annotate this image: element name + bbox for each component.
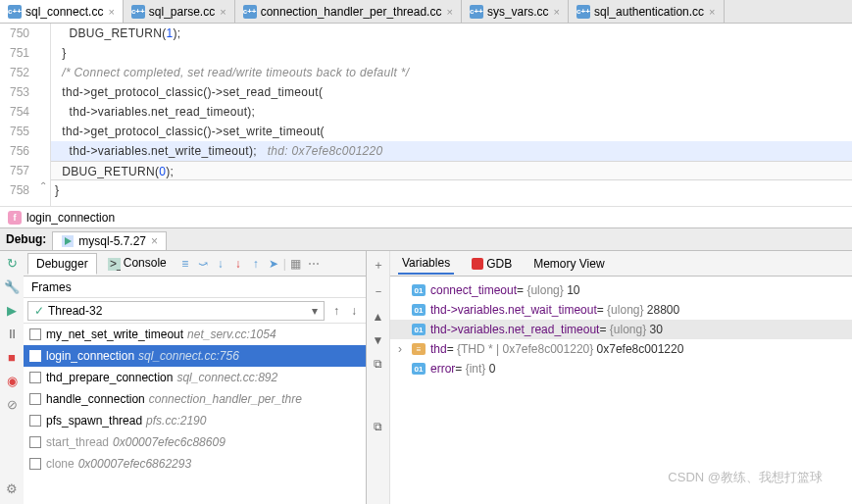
stack-frame[interactable]: pfs_spawn_thread pfs.cc:2190 xyxy=(24,410,366,431)
tab-label: sys_vars.cc xyxy=(487,5,549,19)
modify-button[interactable]: 🔧 xyxy=(4,278,20,294)
evaluate-button[interactable]: ▦ xyxy=(288,256,304,272)
frame-icon xyxy=(29,350,41,362)
copy-button[interactable]: ⧉ xyxy=(374,357,382,371)
stack-frame[interactable]: thd_prepare_connection sql_connect.cc:89… xyxy=(24,367,366,388)
close-icon[interactable]: × xyxy=(220,6,226,18)
function-icon: f xyxy=(8,211,22,225)
run-to-cursor-button[interactable]: ➤ xyxy=(266,256,281,272)
frame-icon xyxy=(29,393,41,405)
code-area[interactable]: DBUG_RETURN(1); } /* Connect completed, … xyxy=(51,24,852,206)
variable-row[interactable]: 01connect_timeout = {ulong} 10 xyxy=(390,280,852,300)
stop-button[interactable]: ■ xyxy=(4,349,20,365)
remove-watch-button[interactable]: － xyxy=(373,283,384,300)
mute-breakpoints-button[interactable]: ⊘ xyxy=(4,396,20,412)
chevron-down-icon: ▾ xyxy=(312,304,318,318)
thread-selector-row: ✓Thread-32 ▾ ↑ ↓ xyxy=(24,298,366,324)
resume-button[interactable]: ▶ xyxy=(4,302,20,318)
stack-frame[interactable]: handle_connection connection_handler_per… xyxy=(24,388,366,410)
code-line[interactable]: DBUG_RETURN(1); xyxy=(51,24,852,43)
close-icon[interactable]: × xyxy=(709,6,715,18)
close-icon[interactable]: × xyxy=(446,6,452,18)
frame-icon xyxy=(29,458,41,470)
variable-row[interactable]: 01thd->variables.net_wait_timeout = {ulo… xyxy=(390,300,852,320)
frames-list[interactable]: my_net_set_write_timeout net_serv.cc:105… xyxy=(24,324,366,504)
force-step-into-button[interactable]: ↓ xyxy=(230,256,246,272)
code-line[interactable]: thd->get_protocol_classic()->set_read_ti… xyxy=(51,82,852,102)
step-out-button[interactable]: ↑ xyxy=(248,256,264,272)
up-button[interactable]: ▲ xyxy=(373,310,384,324)
variable-row[interactable]: ›≡thd = {THD * | 0x7efe8c001220} 0x7efe8… xyxy=(390,339,852,359)
breadcrumb[interactable]: f login_connection xyxy=(0,206,852,227)
var-value: = {ulong} 28800 xyxy=(597,303,679,317)
tab-label: sql_authentication.cc xyxy=(594,5,704,19)
variable-row[interactable]: 01thd->variables.net_read_timeout = {ulo… xyxy=(390,320,852,339)
tab-label: sql_connect.cc xyxy=(25,5,103,19)
stack-frame[interactable]: start_thread 0x00007efec6c88609 xyxy=(24,431,366,453)
add-watch-button[interactable]: ＋ xyxy=(373,257,384,274)
prev-frame-button[interactable]: ↑ xyxy=(328,303,344,319)
step-over-button[interactable]: ⤻ xyxy=(195,256,211,272)
code-editor[interactable]: 750751752753754755756757758 ⌃ DBUG_RETUR… xyxy=(0,24,852,206)
editor-tabs: c++sql_connect.cc×c++sql_parse.cc×c++con… xyxy=(0,0,852,24)
view-breakpoints-button[interactable]: ◉ xyxy=(4,373,20,388)
frame-location: connection_handler_per_thre xyxy=(149,392,302,406)
cpp-file-icon: c++ xyxy=(576,5,590,19)
struct-icon: ≡ xyxy=(412,343,426,355)
console-tab[interactable]: >_Console xyxy=(99,252,175,274)
rerun-button[interactable]: ↻ xyxy=(4,255,20,271)
code-line[interactable]: thd->get_protocol_classic()->set_write_t… xyxy=(51,122,852,141)
var-name: error xyxy=(430,362,455,376)
code-line[interactable]: } xyxy=(51,180,852,200)
frame-location: sql_connect.cc:756 xyxy=(138,349,239,363)
file-tab[interactable]: c++sql_authentication.cc× xyxy=(569,0,725,23)
close-icon[interactable]: × xyxy=(108,6,114,18)
fold-column: ⌃ xyxy=(37,24,51,206)
memory-view-tab[interactable]: Memory View xyxy=(529,254,608,274)
code-line[interactable]: DBUG_RETURN(0); xyxy=(51,161,852,180)
more-button[interactable]: ⋯ xyxy=(306,256,322,272)
link-icon[interactable]: ⧉ xyxy=(374,420,382,433)
variable-row[interactable]: 01error = {int} 0 xyxy=(390,359,852,378)
debugger-tab[interactable]: Debugger xyxy=(27,253,97,275)
frame-location: pfs.cc:2190 xyxy=(146,414,206,428)
value-icon: 01 xyxy=(412,284,426,296)
variables-pane: Variables GDB Memory View 01connect_time… xyxy=(390,251,852,504)
file-tab[interactable]: c++sys_vars.cc× xyxy=(462,0,569,23)
check-icon: ✓ xyxy=(34,304,44,318)
code-line[interactable]: /* Connect completed, set read/write tim… xyxy=(51,63,852,82)
frame-icon xyxy=(29,328,41,340)
var-value: = {THD * | 0x7efe8c001220} 0x7efe8c00122… xyxy=(447,342,684,356)
variables-tab[interactable]: Variables xyxy=(398,253,454,275)
settings-button[interactable]: ⚙ xyxy=(4,480,20,496)
frame-function: thd_prepare_connection xyxy=(46,371,173,384)
gdb-tab[interactable]: GDB xyxy=(468,254,516,274)
code-line[interactable]: } xyxy=(51,43,852,63)
file-tab[interactable]: c++connection_handler_per_thread.cc× xyxy=(235,0,462,23)
debug-session-tab[interactable]: mysql-5.7.27 × xyxy=(52,231,167,250)
close-icon[interactable]: × xyxy=(554,6,560,18)
down-button[interactable]: ▼ xyxy=(373,333,384,347)
line-gutter: 750751752753754755756757758 xyxy=(0,24,37,206)
stack-frame[interactable]: clone 0x00007efec6862293 xyxy=(24,453,366,475)
stack-frame[interactable]: my_net_set_write_timeout net_serv.cc:105… xyxy=(24,324,366,345)
stack-frame[interactable]: login_connection sql_connect.cc:756 xyxy=(24,345,366,367)
tab-label: sql_parse.cc xyxy=(149,5,215,19)
pause-button[interactable]: ⏸ xyxy=(4,326,20,341)
variables-list[interactable]: 01connect_timeout = {ulong} 1001thd->var… xyxy=(390,277,852,382)
frame-function: clone xyxy=(46,457,75,471)
close-icon[interactable]: × xyxy=(151,234,158,248)
step-into-button[interactable]: ↓ xyxy=(213,256,228,272)
code-line[interactable]: thd->variables.net_read_timeout); xyxy=(51,102,852,122)
code-line[interactable]: thd->variables.net_write_timeout); thd: … xyxy=(51,141,852,161)
file-tab[interactable]: c++sql_parse.cc× xyxy=(124,0,235,23)
frame-function: login_connection xyxy=(46,349,134,363)
threads-icon[interactable]: ≡ xyxy=(177,256,193,272)
file-tab[interactable]: c++sql_connect.cc× xyxy=(0,0,124,23)
frame-function: start_thread xyxy=(46,435,109,449)
debug-toolwindow-header: Debug: mysql-5.7.27 × xyxy=(0,227,852,251)
next-frame-button[interactable]: ↓ xyxy=(346,303,362,319)
expand-icon[interactable]: › xyxy=(398,342,410,356)
thread-select[interactable]: ✓Thread-32 ▾ xyxy=(27,301,325,321)
watermark: CSDN @教练、我想打篮球 xyxy=(668,469,823,486)
